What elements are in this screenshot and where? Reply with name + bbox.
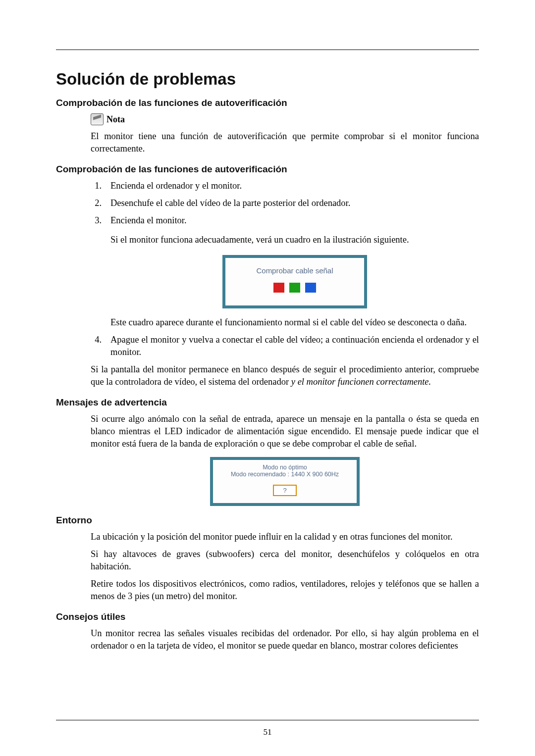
step-4: 4. Apague el monitor y vuelva a conectar… xyxy=(91,334,479,358)
note-text: El monitor tiene una función de autoveri… xyxy=(91,130,479,155)
section-heading-autoverificacion-intro: Comprobación de las funciones de autover… xyxy=(56,98,479,108)
step-number: 3. xyxy=(91,214,102,329)
bottom-rule xyxy=(56,720,479,720)
check-cable-dialog-text: Comprobar cable señal xyxy=(230,266,359,276)
step-text: Encienda el ordenador y el monitor. xyxy=(110,180,479,192)
entorno-block: La ubicación y la posición del monitor p… xyxy=(91,531,479,603)
entorno-p1: La ubicación y la posición del monitor p… xyxy=(91,531,479,543)
step-3: 3. Encienda el monitor. Si el monitor fu… xyxy=(91,214,479,329)
step-text: Encienda el monitor. Si el monitor funci… xyxy=(110,214,479,329)
step-text: Desenchufe el cable del vídeo de la part… xyxy=(110,197,479,209)
step-subtext: Este cuadro aparece durante el funcionam… xyxy=(110,316,479,329)
check-cable-dialog: Comprobar cable señal xyxy=(222,255,367,308)
post-steps-paragraph: Si la pantalla del monitor permanece en … xyxy=(91,363,479,388)
note-row: Nota xyxy=(91,113,479,125)
step-number: 4. xyxy=(91,334,102,358)
entorno-p3: Retire todos los dispositivos electrónic… xyxy=(91,578,479,603)
mensajes-block: Si ocurre algo anómalo con la señal de e… xyxy=(91,413,479,506)
mode-not-optimal-dialog: Modo no óptimo Modo recomendado : 1440 X… xyxy=(210,457,360,506)
step-text: Apague el monitor y vuelva a conectar el… xyxy=(110,334,479,358)
consejos-block: Un monitor recrea las señales visuales r… xyxy=(91,627,479,652)
step-number: 2. xyxy=(91,197,102,209)
ordered-steps: 1. Encienda el ordenador y el monitor. 2… xyxy=(91,180,479,358)
consejos-p1: Un monitor recrea las señales visuales r… xyxy=(91,627,479,652)
step-number: 1. xyxy=(91,180,102,192)
green-square-icon xyxy=(289,283,300,293)
page-title: Solución de problemas xyxy=(56,70,479,89)
step-text-line: Encienda el monitor. xyxy=(110,215,187,225)
rgb-indicator-row xyxy=(230,283,359,293)
document-page: Solución de problemas Comprobación de la… xyxy=(0,0,535,756)
steps-block: 1. Encienda el ordenador y el monitor. 2… xyxy=(91,180,479,388)
entorno-p2: Si hay altavoces de graves (subwoofers) … xyxy=(91,548,479,573)
dialog-line-2: Modo recomendado : 1440 X 900 60Hz xyxy=(218,471,352,478)
check-cable-dialog-inner: Comprobar cable señal xyxy=(225,258,364,305)
mensajes-text: Si ocurre algo anómalo con la señal de e… xyxy=(91,413,479,450)
section-heading-autoverificacion-steps: Comprobación de las funciones de autover… xyxy=(56,164,479,175)
step-1: 1. Encienda el ordenador y el monitor. xyxy=(91,180,479,192)
section-heading-consejos: Consejos útiles xyxy=(56,611,479,622)
note-block: Nota El monitor tiene una función de aut… xyxy=(91,113,479,155)
blue-square-icon xyxy=(305,283,316,293)
step-subtext: Si el monitor funciona adecuadamente, ve… xyxy=(110,234,479,246)
step-2: 2. Desenchufe el cable del vídeo de la p… xyxy=(91,197,479,209)
post-steps-text-italic: y el monitor funcionen correctamente. xyxy=(291,377,431,387)
note-label: Nota xyxy=(107,114,125,125)
mode-not-optimal-dialog-inner: Modo no óptimo Modo recomendado : 1440 X… xyxy=(213,460,357,503)
dialog-help-button: ? xyxy=(273,485,296,496)
page-number: 51 xyxy=(0,727,535,737)
red-square-icon xyxy=(273,283,284,293)
top-rule xyxy=(56,50,479,50)
section-heading-entorno: Entorno xyxy=(56,515,479,526)
dialog-line-1: Modo no óptimo xyxy=(218,464,352,471)
section-heading-mensajes: Mensajes de advertencia xyxy=(56,397,479,408)
note-icon xyxy=(91,113,104,125)
